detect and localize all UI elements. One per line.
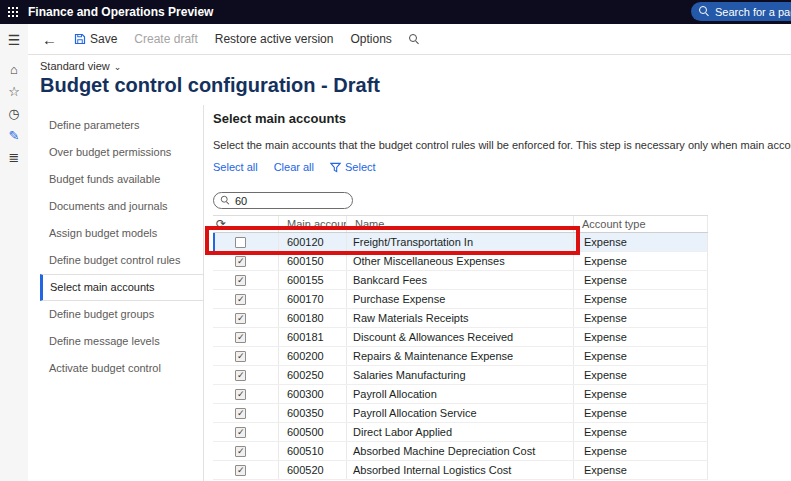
section-heading: Select main accounts bbox=[213, 111, 346, 126]
filter-input[interactable] bbox=[235, 195, 346, 207]
save-button[interactable]: Save bbox=[74, 32, 117, 46]
row-selector[interactable] bbox=[213, 404, 231, 422]
table-row[interactable]: 600200Repairs & Maintenance ExpenseExpen… bbox=[213, 347, 708, 366]
refresh-icon[interactable]: ⟳ bbox=[213, 216, 231, 232]
view-selector-label: Standard view bbox=[40, 60, 110, 72]
column-header-account-type[interactable]: Account type bbox=[574, 216, 708, 232]
section-nav: Define parametersOver budget permissions… bbox=[40, 112, 204, 382]
cell-account-type: Expense bbox=[574, 461, 708, 479]
cell-main-account: 600120 bbox=[279, 233, 347, 251]
row-checkbox[interactable] bbox=[235, 313, 246, 324]
table-row[interactable]: 600170Purchase ExpenseExpense bbox=[213, 290, 708, 309]
back-arrow-icon[interactable]: ← bbox=[42, 32, 57, 47]
row-selector[interactable] bbox=[213, 385, 231, 403]
cell-main-account: 600250 bbox=[279, 366, 347, 384]
row-selector[interactable] bbox=[213, 423, 231, 441]
row-selector[interactable] bbox=[213, 271, 231, 289]
cell-account-type: Expense bbox=[574, 442, 708, 460]
filter-funnel-icon bbox=[330, 162, 341, 173]
row-checkbox[interactable] bbox=[235, 446, 246, 457]
view-selector[interactable]: Standard view⌄ bbox=[40, 60, 121, 72]
waffle-icon[interactable] bbox=[8, 7, 18, 17]
row-checkbox[interactable] bbox=[235, 275, 246, 286]
grid-action-links: Select all Clear all Select bbox=[213, 161, 376, 173]
row-selector[interactable] bbox=[213, 347, 231, 365]
row-checkbox[interactable] bbox=[235, 237, 246, 248]
cell-main-account: 600155 bbox=[279, 271, 347, 289]
cell-account-type: Expense bbox=[574, 385, 708, 403]
task-list-icon[interactable]: ≣ bbox=[0, 147, 28, 169]
table-row[interactable]: 600510Absorbed Machine Depreciation Cost… bbox=[213, 442, 708, 461]
restore-active-version-button[interactable]: Restore active version bbox=[215, 32, 334, 46]
checkbox-cell bbox=[231, 309, 279, 327]
nav-item-define-parameters[interactable]: Define parameters bbox=[40, 112, 204, 139]
table-row[interactable]: 600180Raw Materials ReceiptsExpense bbox=[213, 309, 708, 328]
row-selector[interactable] bbox=[213, 461, 231, 479]
row-checkbox[interactable] bbox=[235, 332, 246, 343]
page-title: Budget control configuration - Draft bbox=[40, 74, 380, 97]
grid-header-row: ⟳ Main account↑ Name Account type bbox=[213, 216, 708, 233]
main-panel: Select main accounts Select the main acc… bbox=[204, 105, 791, 481]
nav-item-budget-funds-available[interactable]: Budget funds available bbox=[40, 166, 204, 193]
action-pane: ← Save Create draft Restore active versi… bbox=[28, 24, 791, 55]
cell-name: Discount & Allowances Received bbox=[347, 328, 574, 346]
table-row[interactable]: 600181Discount & Allowances ReceivedExpe… bbox=[213, 328, 708, 347]
table-row[interactable]: 600300Payroll AllocationExpense bbox=[213, 385, 708, 404]
favorites-star-icon[interactable]: ☆ bbox=[0, 81, 28, 103]
row-selector[interactable] bbox=[213, 290, 231, 308]
table-row[interactable]: 600350Payroll Allocation ServiceExpense bbox=[213, 404, 708, 423]
app-title: Finance and Operations Preview bbox=[28, 5, 213, 19]
row-checkbox[interactable] bbox=[235, 370, 246, 381]
row-selector[interactable] bbox=[213, 233, 231, 251]
column-header-name[interactable]: Name bbox=[347, 216, 574, 232]
filter-input-wrap bbox=[213, 192, 353, 209]
row-checkbox[interactable] bbox=[235, 294, 246, 305]
row-checkbox[interactable] bbox=[235, 427, 246, 438]
select-link[interactable]: Select bbox=[330, 161, 376, 173]
table-row[interactable]: 600250Salaries ManufacturingExpense bbox=[213, 366, 708, 385]
table-row[interactable]: 600120Freight/Transportation InExpense bbox=[213, 233, 708, 252]
column-header-checkbox[interactable] bbox=[231, 216, 279, 232]
row-checkbox[interactable] bbox=[235, 389, 246, 400]
edit-pencil-icon[interactable]: ✎ bbox=[0, 125, 28, 147]
nav-item-assign-budget-models[interactable]: Assign budget models bbox=[40, 220, 204, 247]
recent-clock-icon[interactable]: ◷ bbox=[0, 103, 28, 125]
column-header-main-account[interactable]: Main account↑ bbox=[279, 216, 347, 232]
nav-item-select-main-accounts[interactable]: Select main accounts bbox=[40, 274, 204, 301]
cell-name: Repairs & Maintenance Expense bbox=[347, 347, 574, 365]
hamburger-menu-icon[interactable]: ☰ bbox=[0, 29, 28, 51]
cell-main-account: 600181 bbox=[279, 328, 347, 346]
save-disk-icon bbox=[74, 33, 86, 45]
row-checkbox[interactable] bbox=[235, 465, 246, 476]
nav-item-define-budget-groups[interactable]: Define budget groups bbox=[40, 301, 204, 328]
table-row[interactable]: 600155Bankcard FeesExpense bbox=[213, 271, 708, 290]
row-selector[interactable] bbox=[213, 442, 231, 460]
checkbox-cell bbox=[231, 290, 279, 308]
cell-account-type: Expense bbox=[574, 347, 708, 365]
table-row[interactable]: 600520Absorbed Internal Logistics CostEx… bbox=[213, 461, 708, 480]
row-selector[interactable] bbox=[213, 328, 231, 346]
row-checkbox[interactable] bbox=[235, 408, 246, 419]
global-search-button[interactable]: Search for a pag bbox=[691, 2, 791, 21]
row-selector[interactable] bbox=[213, 309, 231, 327]
row-selector[interactable] bbox=[213, 366, 231, 384]
nav-item-documents-and-journals[interactable]: Documents and journals bbox=[40, 193, 204, 220]
nav-item-define-budget-control-rules[interactable]: Define budget control rules bbox=[40, 247, 204, 274]
nav-item-over-budget-permissions[interactable]: Over budget permissions bbox=[40, 139, 204, 166]
nav-item-activate-budget-control[interactable]: Activate budget control bbox=[40, 355, 204, 382]
create-draft-button: Create draft bbox=[134, 32, 197, 46]
clear-all-link[interactable]: Clear all bbox=[274, 161, 314, 173]
table-row[interactable]: 600150Other Miscellaneous ExpensesExpens… bbox=[213, 252, 708, 271]
nav-item-define-message-levels[interactable]: Define message levels bbox=[40, 328, 204, 355]
options-button[interactable]: Options bbox=[350, 32, 391, 46]
table-row[interactable]: 600500Direct Labor AppliedExpense bbox=[213, 423, 708, 442]
row-selector[interactable] bbox=[213, 252, 231, 270]
row-checkbox[interactable] bbox=[235, 256, 246, 267]
toolbar-search-icon[interactable] bbox=[409, 34, 420, 45]
row-checkbox[interactable] bbox=[235, 351, 246, 362]
cell-name: Other Miscellaneous Expenses bbox=[347, 252, 574, 270]
select-all-link[interactable]: Select all bbox=[213, 161, 258, 173]
cell-name: Raw Materials Receipts bbox=[347, 309, 574, 327]
checkbox-cell bbox=[231, 271, 279, 289]
home-icon[interactable]: ⌂ bbox=[0, 59, 28, 81]
